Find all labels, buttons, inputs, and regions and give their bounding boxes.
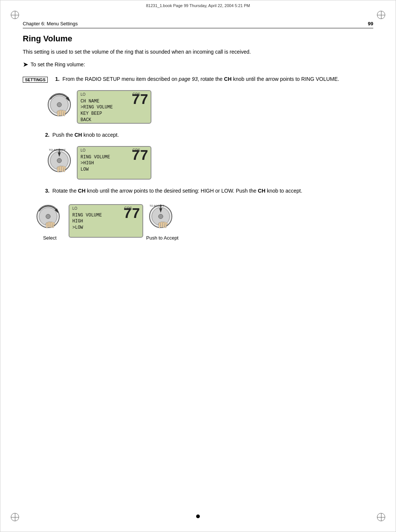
svg-rect-18 [62,167,63,172]
crosshair-tl [11,11,19,19]
step3-row: 3. Rotate the CH knob until the arrow po… [45,187,373,195]
lcd3-lo: LO [72,206,77,210]
step2-knob: TO ACCEPT [45,145,77,180]
page-header: Chapter 6: Menu Settings 99 [23,21,373,28]
svg-point-31 [158,214,163,219]
page-number: 99 [368,21,373,26]
svg-rect-17 [59,166,61,171]
svg-text:TO ACCEPT: TO ACCEPT [150,205,164,207]
svg-rect-19 [64,168,65,172]
select-label: Select [43,235,56,241]
step2-row: 2. Push the CH knob to accept. [45,131,373,139]
lcd2-line3: LOW [81,167,148,173]
svg-rect-5 [57,111,59,116]
step3-diagram: Select LO GPS 77 RING VOLUME HIGH >LOW [34,201,373,241]
step3-num: 3. [45,188,50,194]
crosshair-bl [11,513,19,521]
step3-ch1-bold: CH [78,188,85,194]
svg-rect-38 [163,222,164,228]
select-knob-wrap: Select [34,201,66,241]
svg-point-11 [57,158,62,163]
svg-rect-7 [62,111,63,116]
lcd1-line4: BACK [81,117,148,123]
svg-rect-8 [64,112,65,116]
step1-italic: page 93 [179,76,198,82]
push-to-accept-label: Push to Accept [146,235,179,241]
arrow-icon: ➤ [23,60,28,69]
crosshair-tr [377,11,385,19]
svg-rect-26 [48,222,50,227]
step1-ch-bold: CH [224,76,232,82]
page-wrapper: 81231_1.book Page 99 Thursday, April 22,… [0,0,396,532]
svg-rect-37 [161,222,162,227]
lcd1-lo: LO [81,92,85,96]
push-knob-wrap: TO ACCEPT Push to Acce [146,201,179,241]
step3-text-b: knob until the arrow points to the desir… [85,188,258,194]
lcd2-lo: LO [81,148,85,152]
step3-text-c: knob to accept. [265,188,302,194]
step2-num: 2. [45,132,50,138]
svg-rect-27 [50,222,52,228]
svg-point-22 [46,214,50,219]
svg-rect-36 [159,223,160,228]
step3-text: 3. Rotate the CH knob until the arrow po… [45,187,373,195]
step2-diagram: TO ACCEPT LO [45,145,373,180]
svg-rect-6 [59,110,61,115]
step2-text-a: Push the [53,132,75,138]
top-bar: 81231_1.book Page 99 Thursday, April 22,… [0,3,396,8]
svg-text:TO ACCEPT: TO ACCEPT [49,148,66,152]
step1-text-b: , rotate the [198,76,224,82]
step3-text-a: Rotate the [53,188,78,194]
svg-rect-25 [46,223,48,228]
step2-text-b: knob to accept. [82,132,119,138]
step3-lcd: LO GPS 77 RING VOLUME HIGH >LOW [69,204,143,238]
svg-point-2 [57,102,62,107]
step2-lcd: LO GPS 77 RING VOLUME >HIGH LOW [77,146,151,180]
step1-lcd: LO GPS 77 CH NAME >RING VOLUME KEY BEEP … [77,90,151,124]
lcd1-number: 77 [131,93,148,107]
step1-diagram: LO GPS 77 CH NAME >RING VOLUME KEY BEEP … [45,89,373,124]
svg-rect-28 [53,224,54,228]
arrow-instruction: ➤ To set the Ring volume: [23,60,373,69]
select-knob-svg [34,201,66,234]
settings-badge-label: SETTINGS [23,77,48,83]
step1-text: 1. From the RADIO SETUP menu item descri… [55,75,373,83]
page-bottom-dot [196,514,200,518]
svg-rect-16 [57,167,59,172]
step1-num: 1. [55,76,60,82]
push-knob-svg: TO ACCEPT [147,201,178,234]
settings-badge: SETTINGS [23,76,51,83]
lcd3-line3: >LOW [72,225,139,231]
crosshair-br [377,513,385,521]
step3-ch2-bold: CH [258,188,265,194]
lcd3-number: 77 [123,207,140,221]
arrow-text: To set the Ring volume: [31,61,85,67]
step1-row: SETTINGS 1. From the RADIO SETUP menu it… [23,75,373,83]
main-content: Ring Volume This setting is used to set … [23,34,373,247]
lcd1-line3: KEY BEEP [81,111,148,117]
intro-text: This setting is used to set the volume o… [23,48,373,56]
file-info: 81231_1.book Page 99 Thursday, April 22,… [146,3,250,8]
section-title: Ring Volume [23,34,373,44]
step2-ch-bold: CH [75,132,82,138]
step1-knob [45,89,77,124]
lcd2-number: 77 [131,149,148,163]
step2-text: 2. Push the CH knob to accept. [45,131,373,139]
step1-text-c: knob until the arrow points to RING VOLU… [232,76,339,82]
step1-text-a: From the RADIO SETUP menu item described… [63,76,179,82]
svg-rect-39 [165,224,166,228]
chapter-label: Chapter 6: Menu Settings [23,21,78,26]
